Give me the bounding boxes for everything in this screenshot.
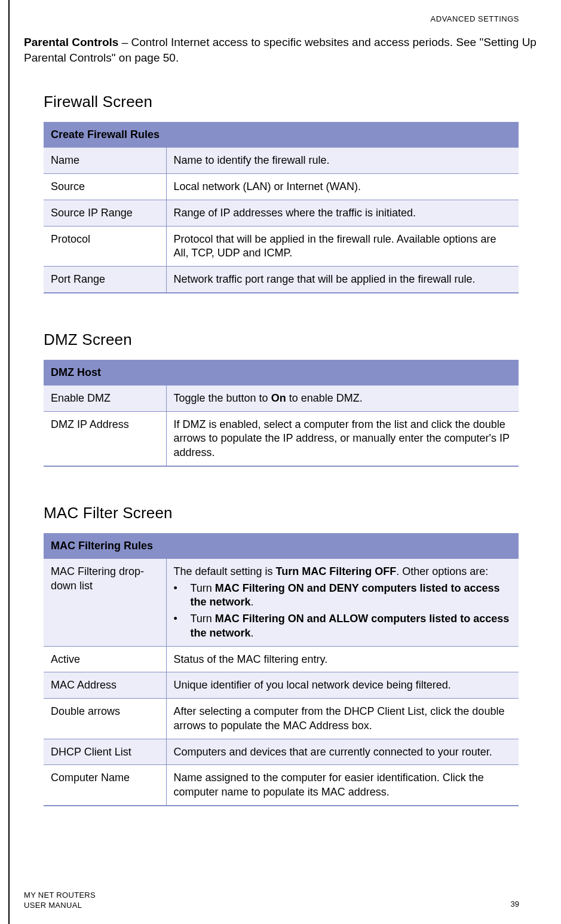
left-rule bbox=[8, 0, 10, 924]
cell-value: Status of the MAC filtering entry. bbox=[166, 646, 519, 672]
cell-value: After selecting a computer from the DHCP… bbox=[166, 699, 519, 739]
table-row: Computer Name Name assigned to the compu… bbox=[44, 765, 519, 806]
text-bold: MAC Filtering ON and DENY computers list… bbox=[191, 582, 500, 608]
cell-key: Double arrows bbox=[44, 699, 166, 739]
cell-value: Name assigned to the computer for easier… bbox=[166, 765, 519, 806]
footer: MY NET ROUTERS USER MANUAL bbox=[24, 891, 96, 911]
cell-key: DMZ IP Address bbox=[44, 411, 166, 466]
cell-value: Network traffic port range that will be … bbox=[166, 267, 519, 293]
table-title-row: DMZ Host bbox=[44, 360, 519, 385]
table-row: Active Status of the MAC filtering entry… bbox=[44, 646, 519, 672]
cell-value: Protocol that will be applied in the fir… bbox=[166, 226, 519, 267]
cell-value: The default setting is Turn MAC Filterin… bbox=[166, 558, 519, 646]
bullet-item: Turn MAC Filtering ON and ALLOW computer… bbox=[174, 612, 512, 641]
table-row: MAC Address Unique identifier of you loc… bbox=[44, 672, 519, 699]
cell-key: Source IP Range bbox=[44, 200, 166, 226]
firewall-table-title: Create Firewall Rules bbox=[44, 122, 519, 148]
text: Turn bbox=[191, 582, 215, 594]
firewall-table: Create Firewall Rules Name Name to ident… bbox=[44, 122, 519, 293]
page-body: Parental Controls – Control Internet acc… bbox=[24, 35, 538, 806]
text: Toggle the button to bbox=[174, 392, 271, 404]
text: . Other options are: bbox=[396, 565, 488, 577]
cell-value: Computers and devices that are currently… bbox=[166, 739, 519, 765]
table-row: DHCP Client List Computers and devices t… bbox=[44, 739, 519, 765]
text: to enable DMZ. bbox=[286, 392, 363, 404]
table-row: Source Local network (LAN) or Internet (… bbox=[44, 174, 519, 200]
text: The default setting is bbox=[174, 565, 276, 577]
table-row: Double arrows After selecting a computer… bbox=[44, 699, 519, 739]
cell-value: Name to identify the firewall rule. bbox=[166, 148, 519, 174]
page: ADVANCED SETTINGS Parental Controls – Co… bbox=[0, 0, 561, 924]
cell-key: Computer Name bbox=[44, 765, 166, 806]
dmz-heading: DMZ Screen bbox=[44, 331, 538, 349]
table-row: Port Range Network traffic port range th… bbox=[44, 267, 519, 293]
cell-key: MAC Filtering drop-down list bbox=[44, 558, 166, 646]
text-bold: Turn MAC Filtering OFF bbox=[276, 565, 397, 577]
cell-key: Active bbox=[44, 646, 166, 672]
text: . bbox=[251, 627, 254, 639]
cell-key: DHCP Client List bbox=[44, 739, 166, 765]
table-title-row: Create Firewall Rules bbox=[44, 122, 519, 148]
intro-lead-strong: Parental Controls bbox=[24, 36, 118, 48]
firewall-heading: Firewall Screen bbox=[44, 93, 538, 111]
dmz-table: DMZ Host Enable DMZ Toggle the button to… bbox=[44, 360, 519, 467]
header-section-label: ADVANCED SETTINGS bbox=[431, 14, 519, 23]
page-number: 39 bbox=[511, 899, 519, 908]
text-bold: MAC Filtering ON and ALLOW computers lis… bbox=[191, 613, 510, 639]
bullet-list: Turn MAC Filtering ON and DENY computers… bbox=[174, 582, 512, 641]
cell-key: MAC Address bbox=[44, 672, 166, 699]
mac-filter-table: MAC Filtering Rules MAC Filtering drop-d… bbox=[44, 533, 519, 806]
text: Turn bbox=[191, 613, 215, 625]
mac-filter-section: MAC Filter Screen MAC Filtering Rules MA… bbox=[24, 504, 538, 806]
firewall-section: Firewall Screen Create Firewall Rules Na… bbox=[24, 93, 538, 293]
cell-key: Source bbox=[44, 174, 166, 200]
intro-paragraph: Parental Controls – Control Internet acc… bbox=[24, 35, 538, 65]
cell-value: Toggle the button to On to enable DMZ. bbox=[166, 385, 519, 411]
text: . bbox=[251, 596, 254, 608]
cell-key: Enable DMZ bbox=[44, 385, 166, 411]
cell-key: Protocol bbox=[44, 226, 166, 267]
table-row: Name Name to identify the firewall rule. bbox=[44, 148, 519, 174]
mac-filter-heading: MAC Filter Screen bbox=[44, 504, 538, 522]
dmz-table-title: DMZ Host bbox=[44, 360, 519, 385]
table-row: MAC Filtering drop-down list The default… bbox=[44, 558, 519, 646]
table-row: Enable DMZ Toggle the button to On to en… bbox=[44, 385, 519, 411]
footer-line-1: MY NET ROUTERS bbox=[24, 891, 96, 901]
table-row: DMZ IP Address If DMZ is enabled, select… bbox=[44, 411, 519, 466]
dmz-section: DMZ Screen DMZ Host Enable DMZ Toggle th… bbox=[24, 331, 538, 467]
table-row: Source IP Range Range of IP addresses wh… bbox=[44, 200, 519, 226]
table-row: Protocol Protocol that will be applied i… bbox=[44, 226, 519, 267]
bullet-item: Turn MAC Filtering ON and DENY computers… bbox=[174, 582, 512, 610]
cell-value: If DMZ is enabled, select a computer fro… bbox=[166, 411, 519, 466]
cell-value: Unique identifier of you local network d… bbox=[166, 672, 519, 699]
table-title-row: MAC Filtering Rules bbox=[44, 533, 519, 559]
cell-value: Range of IP addresses where the traffic … bbox=[166, 200, 519, 226]
footer-line-2: USER MANUAL bbox=[24, 901, 96, 911]
text-bold: On bbox=[271, 392, 286, 404]
mac-filter-table-title: MAC Filtering Rules bbox=[44, 533, 519, 559]
cell-value: Local network (LAN) or Internet (WAN). bbox=[166, 174, 519, 200]
cell-key: Port Range bbox=[44, 267, 166, 293]
cell-key: Name bbox=[44, 148, 166, 174]
